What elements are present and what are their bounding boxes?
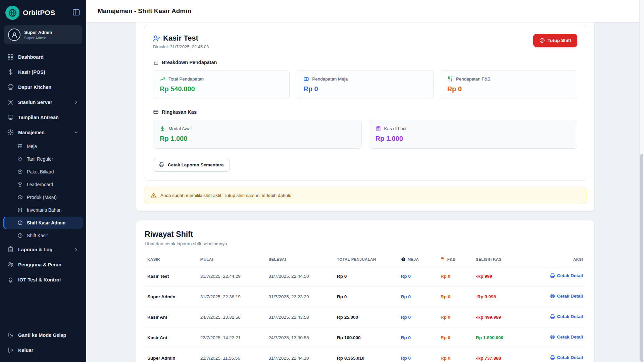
sidebar-header: OrbitPOS bbox=[0, 0, 86, 24]
crossed-cues-icon bbox=[7, 99, 14, 105]
dollar-icon bbox=[7, 69, 14, 75]
logout-button[interactable]: Keluar bbox=[3, 343, 83, 357]
cell-selisih: -Rp 737.888 bbox=[473, 348, 539, 362]
trophy-icon bbox=[17, 182, 23, 187]
clock-icon bbox=[17, 233, 23, 238]
calculator-icon bbox=[376, 126, 381, 132]
close-shift-button[interactable]: Tutup Shift bbox=[533, 34, 577, 47]
user-card[interactable]: Super Admin Super Admin bbox=[4, 25, 82, 44]
sidebar-item-paket-billiard[interactable]: Paket Billiard bbox=[3, 166, 83, 178]
cell-selisih: -Rp 9.998 bbox=[473, 287, 539, 307]
page-scrollbar[interactable] bbox=[639, 0, 644, 362]
sidebar-item-meja[interactable]: Meja bbox=[3, 140, 83, 152]
history-title: Riwayat Shift bbox=[145, 230, 586, 239]
col-aksi: AKSI bbox=[539, 253, 586, 266]
stat-value: Rp 0 bbox=[303, 85, 427, 93]
sidebar-item-shift-kasir[interactable]: Shift Kasir bbox=[3, 229, 83, 242]
user-check-icon bbox=[153, 35, 160, 42]
sidebar-item-produk-mm[interactable]: Produk (M&M) bbox=[3, 191, 83, 203]
cell-total: Rp 8.365.010 bbox=[334, 348, 398, 362]
cell-fnb: Rp 0 bbox=[438, 266, 473, 287]
user-meta: Super Admin Super Admin bbox=[24, 30, 52, 40]
cell-meja: Rp 0 bbox=[398, 327, 438, 348]
sidebar-item-label: Pengguna & Peran bbox=[18, 262, 61, 267]
pool-table-icon bbox=[303, 76, 309, 82]
stat-value: Rp 0 bbox=[447, 85, 571, 93]
sidebar-item-stasiun-server[interactable]: Stasiun Server bbox=[3, 95, 83, 109]
stat-value: Rp 540.000 bbox=[160, 85, 283, 93]
cell-fnb: Rp 0 bbox=[438, 348, 473, 362]
printer-icon bbox=[159, 162, 165, 168]
gear-icon bbox=[7, 129, 14, 136]
history-subtitle: Lihat dan cetak laporan shift sebelumnya bbox=[145, 241, 586, 246]
sidebar-item-label: Keluar bbox=[18, 348, 33, 353]
shift-start-time: Dimulai: 31/7/2025, 22.45.03 bbox=[153, 44, 577, 49]
cetak-detail-link[interactable]: Cetak Detail bbox=[550, 314, 583, 319]
sidebar-item-label: Inventaris Bahan bbox=[27, 208, 62, 213]
user-role: Super Admin bbox=[24, 36, 52, 40]
cell-mulai: 31/7/2025, 22.38.19 bbox=[198, 287, 266, 307]
sidebar-item-tarif-reguler[interactable]: Tarif Reguler bbox=[3, 153, 83, 165]
sidebar-item-label: Dashboard bbox=[18, 54, 44, 60]
billiard-8ball-icon: 8 bbox=[401, 257, 406, 262]
stat-value: Rp 1.000 bbox=[160, 135, 355, 143]
shift-detail-panel: Kasir Test Dimulai: 31/7/2025, 22.45.03 … bbox=[144, 25, 586, 181]
content-scroll-area[interactable]: Kasir Test Dimulai: 31/7/2025, 22.45.03 … bbox=[86, 22, 644, 362]
cell-fnb: Rp 0 bbox=[438, 307, 473, 327]
col-selisih-kas: SELISIH KAS bbox=[473, 253, 539, 266]
sidebar-item-manajemen[interactable]: Manajemen bbox=[3, 125, 83, 140]
food-icon bbox=[441, 257, 445, 262]
sidebar-item-tampilan-antrean[interactable]: Tampilan Antrean bbox=[3, 110, 83, 124]
cell-selisih: Rp 1.800.000 bbox=[473, 327, 539, 348]
clipboard-icon bbox=[7, 246, 14, 253]
chevron-down-icon bbox=[73, 130, 79, 135]
table-grid-icon bbox=[17, 144, 23, 149]
cell-selisih: -Rp 499.989 bbox=[473, 307, 539, 327]
col-fnb: F&B bbox=[438, 253, 473, 266]
sidebar-item-dapur-kitchen[interactable]: Dapur Kitchen bbox=[3, 80, 83, 94]
cell-selesai: 31/7/2025, 23.23.29 bbox=[266, 287, 334, 307]
cell-selisih: -Rp 999 bbox=[473, 266, 539, 287]
cetak-detail-link[interactable]: Cetak Detail bbox=[550, 273, 583, 278]
col-meja: 8MEJA bbox=[398, 253, 438, 266]
sidebar-item-inventaris-bahan[interactable]: Inventaris Bahan bbox=[3, 204, 83, 216]
cell-mulai: 24/7/2025, 13.32.56 bbox=[198, 307, 266, 327]
stat-total-pendapatan: Total Pendapatan Rp 540.000 bbox=[153, 70, 290, 99]
col-kasir: KASIR bbox=[145, 253, 198, 266]
cell-total: Rp 100.000 bbox=[334, 327, 398, 348]
sidebar-item-pengguna-peran[interactable]: Pengguna & Peran bbox=[3, 257, 83, 272]
stat-kas-di-laci: Kas di Laci Rp 1.000 bbox=[369, 120, 578, 149]
stat-pendapatan-fnb: Pendapatan F&B Rp 0 bbox=[441, 70, 577, 99]
print-interim-report-button[interactable]: Cetak Laporan Sementara bbox=[153, 158, 230, 172]
sidebar-item-kasir-pos[interactable]: Kasir (POS) bbox=[3, 65, 83, 79]
scrollbar-thumb[interactable] bbox=[640, 154, 643, 362]
cell-mulai: 31/7/2025, 22.44.29 bbox=[198, 266, 266, 287]
sidebar-item-laporan-log[interactable]: Laporan & Log bbox=[3, 242, 83, 257]
printer-icon bbox=[550, 314, 555, 319]
chevron-right-icon bbox=[73, 247, 79, 252]
cell-kasir: Super Admin bbox=[145, 348, 198, 362]
sidebar-collapse-button[interactable] bbox=[71, 8, 81, 18]
cetak-detail-link[interactable]: Cetak Detail bbox=[550, 334, 583, 340]
cetak-detail-link[interactable]: Cetak Detail bbox=[550, 355, 583, 360]
layers-icon bbox=[17, 207, 23, 213]
app-logo-icon bbox=[5, 6, 19, 20]
dollar-icon bbox=[160, 126, 165, 132]
moon-icon bbox=[7, 332, 14, 338]
cetak-detail-link[interactable]: Cetak Detail bbox=[550, 294, 583, 299]
sidebar-item-iot-test-kontrol[interactable]: IOT Test & Kontrol bbox=[3, 272, 83, 287]
sidebar-item-label: Tampilan Antrean bbox=[18, 115, 59, 120]
shift-history-table: KASIR MULAI SELESAI TOTAL PENJUALAN 8MEJ… bbox=[145, 253, 586, 362]
cell-total: Rp 0 bbox=[334, 287, 398, 307]
sidebar-item-leaderboard[interactable]: Leaderboard bbox=[3, 178, 83, 191]
app-name: OrbitPOS bbox=[23, 9, 55, 17]
cell-selesai: 31/7/2025, 22.44.10 bbox=[266, 348, 334, 362]
cell-selesai: 24/7/2025, 13.30.55 bbox=[266, 327, 334, 348]
sidebar-item-label: Tarif Reguler bbox=[27, 157, 53, 162]
sidebar-item-shift-kasir-admin[interactable]: Shift Kasir Admin bbox=[3, 217, 83, 229]
stat-modal-awal: Modal Awal Rp 1.000 bbox=[153, 120, 362, 149]
sidebar-item-dashboard[interactable]: Dashboard bbox=[3, 50, 83, 64]
cell-meja: Rp 0 bbox=[398, 266, 438, 287]
cell-kasir: Kasir Ani bbox=[145, 307, 198, 327]
dark-mode-toggle[interactable]: Ganti ke Mode Gelap bbox=[3, 328, 83, 342]
